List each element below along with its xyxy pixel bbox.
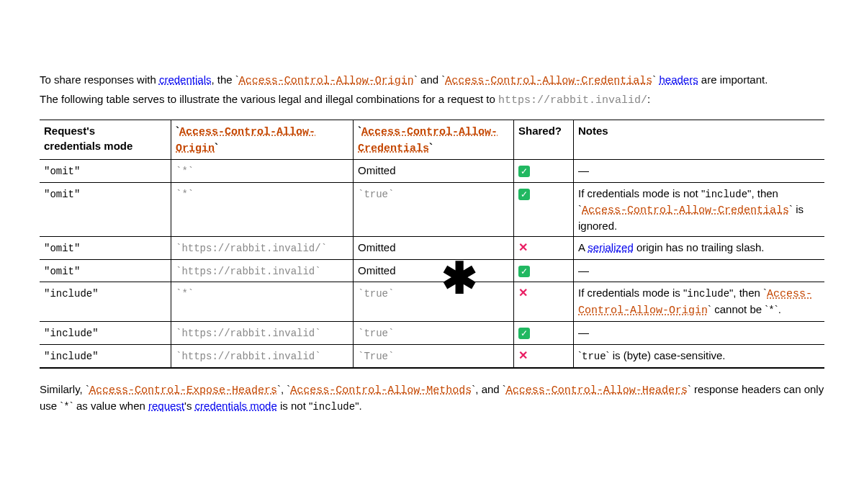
cell-mode: "include" bbox=[40, 344, 171, 367]
intro-text: The following table serves to illustrate… bbox=[40, 93, 498, 105]
cell-origin: `*` bbox=[171, 282, 354, 322]
intro-paragraph-2: The following table serves to illustrate… bbox=[40, 91, 824, 108]
intro-paragraph-1: To share responses with credentials, the… bbox=[40, 72, 824, 89]
outro-star: * bbox=[63, 401, 69, 413]
cell-notes: — bbox=[574, 322, 825, 345]
col-header-shared: Shared? bbox=[514, 120, 574, 160]
headers-link[interactable]: headers bbox=[659, 73, 698, 86]
aceh-header-link[interactable]: Access-Control-Expose-Headers bbox=[89, 384, 277, 397]
cell-notes: — bbox=[574, 160, 825, 183]
cell-mode: "omit" bbox=[40, 237, 171, 260]
col-header-mode-text: Request's bbox=[44, 125, 95, 137]
cell-notes: `true` is (byte) case-sensitive. bbox=[574, 344, 825, 367]
outro-text: Similarly, ` bbox=[40, 383, 89, 395]
outro-text: `, and ` bbox=[472, 383, 506, 395]
cell-shared: ✓ bbox=[514, 322, 574, 345]
cell-mode: "include" bbox=[40, 322, 171, 345]
cell-shared: ✓ bbox=[514, 182, 574, 237]
cell-origin: `*` bbox=[171, 182, 354, 237]
acao-header-link[interactable]: Access-Control-Allow-Origin bbox=[176, 126, 315, 155]
cell-credentials: `true` bbox=[354, 182, 514, 237]
cell-credentials: Omitted bbox=[354, 237, 514, 260]
cross-icon: ✕ bbox=[518, 287, 528, 299]
acac-header-link[interactable]: Access-Control-Allow-Credentials bbox=[445, 75, 652, 87]
acah-header-link[interactable]: Access-Control-Allow-Headers bbox=[506, 384, 688, 397]
outro-text: is not " bbox=[277, 400, 313, 412]
table-row: "include"`https://rabbit.invalid``true`✓… bbox=[40, 322, 824, 345]
cell-origin: `https://rabbit.invalid` bbox=[171, 259, 354, 282]
check-icon: ✓ bbox=[518, 328, 530, 339]
cell-shared: ✕ bbox=[514, 344, 574, 367]
cell-mode: "omit" bbox=[40, 160, 171, 183]
table-row: "omit"`https://rabbit.invalid`Omitted✓— bbox=[40, 259, 824, 282]
intro-text: To share responses with bbox=[40, 73, 159, 86]
cell-mode: "omit" bbox=[40, 259, 171, 282]
example-url: https://rabbit.invalid/ bbox=[498, 94, 647, 107]
cell-notes: If credentials mode is not "include", th… bbox=[574, 182, 825, 237]
cell-notes: If credentials mode is "include", then `… bbox=[574, 282, 825, 322]
table-row: "omit"`*`Omitted✓— bbox=[40, 160, 824, 183]
outro-text: ` as value when bbox=[70, 400, 148, 412]
cors-combinations-table: Request's credentials mode `Access-Contr… bbox=[40, 120, 824, 369]
cell-origin: `*` bbox=[171, 160, 354, 183]
col-header-credentials: `Access-Control-Allow-Credentials` bbox=[354, 120, 514, 160]
intro-text: : bbox=[647, 93, 650, 105]
cell-notes: — bbox=[574, 259, 825, 282]
check-icon: ✓ bbox=[518, 266, 530, 277]
credentials-link[interactable]: credentials bbox=[159, 73, 212, 86]
table-row: "include"`*``true`✕If credentials mode i… bbox=[40, 282, 824, 322]
outro-text: `, ` bbox=[277, 383, 290, 395]
intro-text: are important. bbox=[698, 73, 768, 86]
col-header-notes: Notes bbox=[574, 120, 825, 160]
cell-origin: `https://rabbit.invalid` bbox=[171, 344, 354, 367]
table-row: "omit"`https://rabbit.invalid/`Omitted✕A… bbox=[40, 237, 824, 260]
outro-paragraph: Similarly, `Access-Control-Expose-Header… bbox=[40, 382, 824, 415]
check-icon: ✓ bbox=[518, 166, 530, 177]
cell-credentials: `True` bbox=[354, 344, 514, 367]
outro-include: include bbox=[312, 401, 355, 413]
col-header-origin: `Access-Control-Allow-Origin` bbox=[171, 120, 354, 160]
cross-icon: ✕ bbox=[518, 349, 528, 361]
col-header-mode: Request's credentials mode bbox=[40, 120, 171, 160]
cell-shared: ✓ bbox=[514, 160, 574, 183]
acao-header-link[interactable]: Access-Control-Allow-Origin bbox=[239, 75, 414, 87]
cell-credentials: Omitted bbox=[354, 160, 514, 183]
cell-origin: `https://rabbit.invalid` bbox=[171, 322, 354, 345]
cross-icon: ✕ bbox=[518, 241, 528, 253]
table-row: "include"`https://rabbit.invalid``True`✕… bbox=[40, 344, 824, 367]
credentials-mode-link[interactable]: credentials mode bbox=[195, 400, 277, 412]
cell-shared: ✕ bbox=[514, 237, 574, 260]
acam-header-link[interactable]: Access-Control-Allow-Methods bbox=[290, 384, 472, 397]
cell-origin: `https://rabbit.invalid/` bbox=[171, 237, 354, 260]
table-header-row: Request's credentials mode `Access-Contr… bbox=[40, 120, 824, 160]
intro-text: ` and ` bbox=[414, 73, 445, 86]
table-body: "omit"`*`Omitted✓—"omit"`*``true`✓If cre… bbox=[40, 160, 824, 368]
cell-credentials: Omitted bbox=[354, 259, 514, 282]
cell-credentials: `true` bbox=[354, 282, 514, 322]
cell-notes: A serialized origin has no trailing slas… bbox=[574, 237, 825, 260]
cell-shared: ✕ bbox=[514, 282, 574, 322]
intro-text: , the ` bbox=[211, 73, 238, 86]
col-header-mode-text: credentials mode bbox=[44, 140, 132, 152]
cell-shared: ✓ bbox=[514, 259, 574, 282]
acac-header-link[interactable]: Access-Control-Allow-Credentials bbox=[582, 204, 789, 217]
cell-mode: "include" bbox=[40, 282, 171, 322]
acac-header-link[interactable]: Access-Control-Allow-Credentials bbox=[358, 126, 498, 155]
cell-credentials: `true` bbox=[354, 322, 514, 345]
outro-text: 's bbox=[184, 400, 195, 412]
request-link[interactable]: request bbox=[148, 400, 184, 412]
check-icon: ✓ bbox=[518, 189, 530, 200]
table-row: "omit"`*``true`✓If credentials mode is n… bbox=[40, 182, 824, 237]
cell-mode: "omit" bbox=[40, 182, 171, 237]
outro-text: ". bbox=[355, 400, 362, 412]
serialized-link[interactable]: serialized bbox=[588, 241, 633, 253]
